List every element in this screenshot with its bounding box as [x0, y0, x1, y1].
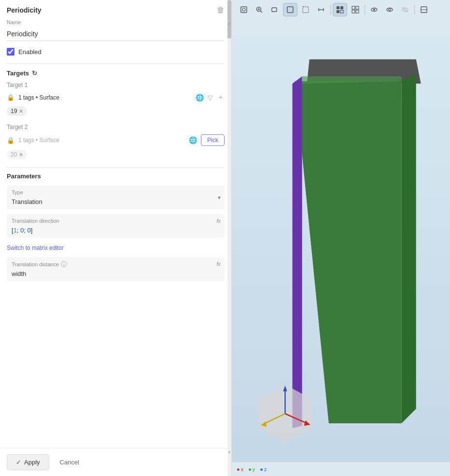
name-value[interactable]: Periodicity — [7, 27, 225, 41]
translation-distance-value[interactable]: width — [12, 270, 220, 277]
translation-direction-fx[interactable]: fx — [216, 218, 221, 224]
toolbar-btn-view-wireframe[interactable] — [348, 3, 363, 16]
target1-tag-chip: 19 ✕ — [7, 106, 27, 116]
axis-x-dot: ● — [237, 466, 240, 472]
target2-tags: 20 ✕ — [7, 150, 225, 159]
translation-distance-label: Translation distance i — [12, 261, 220, 267]
scene-container[interactable] — [232, 21, 450, 476]
scroll-down-arrow[interactable]: ▼ — [227, 450, 231, 455]
cancel-button[interactable]: Cancel — [54, 454, 85, 470]
toolbar-btn-eye-off[interactable] — [398, 3, 412, 16]
toolbar-btn-eye-on[interactable] — [367, 3, 381, 16]
toolbar-btn-eye-partial[interactable] — [382, 3, 397, 16]
section-divider-1 — [7, 63, 225, 64]
parameters-title: Parameters — [7, 173, 225, 180]
scroll-controls: ▲ ▼ — [227, 21, 231, 455]
name-label: Name — [7, 19, 225, 25]
target1-filter-icon[interactable]: ▽ — [208, 94, 213, 101]
apply-check-icon: ✓ — [16, 459, 21, 466]
svg-marker-31 — [402, 74, 416, 423]
refresh-icon[interactable]: ↻ — [32, 70, 37, 77]
target2-row: 🔒 1 tags • Surface 🌐 Pick — [7, 134, 225, 146]
target1-label: Target 1 — [7, 82, 225, 88]
target1-tag-value: 19 — [11, 108, 17, 115]
svg-line-3 — [261, 11, 263, 13]
target2-info: 1 tags • Surface — [18, 137, 185, 144]
switch-matrix-link[interactable]: Switch to matrix editor — [7, 245, 64, 251]
target2-section: Target 2 🔒 1 tags • Surface 🌐 Pick 20 ✕ — [7, 124, 225, 159]
scroll-up-arrow[interactable]: ▲ — [227, 21, 231, 26]
axis-labels: ● x ● y ● z — [237, 466, 267, 472]
right-panel: ● x ● y ● z — [232, 0, 450, 476]
translation-direction-value[interactable]: [1; 0; 0] — [12, 227, 220, 234]
axis-z-label: z — [264, 466, 267, 472]
svg-rect-17 — [356, 6, 359, 9]
target2-globe-icon[interactable]: 🌐 — [189, 136, 197, 144]
svg-rect-15 — [340, 10, 343, 13]
toolbar-btn-view-solid[interactable] — [333, 3, 347, 16]
toolbar-separator-1 — [330, 5, 331, 14]
svg-marker-32 — [293, 76, 302, 428]
target1-globe-icon[interactable]: 🌐 — [196, 94, 204, 101]
panel-header: Periodicity 🗑 — [0, 0, 231, 19]
svg-rect-14 — [337, 10, 339, 13]
axis-x-label: x — [241, 466, 244, 472]
translation-distance-info-icon[interactable]: i — [61, 261, 67, 267]
targets-label: Targets — [7, 70, 29, 77]
svg-rect-12 — [337, 6, 339, 9]
toolbar-btn-select-dashed[interactable] — [298, 3, 313, 16]
panel-footer: ✓ Apply Cancel — [0, 448, 231, 476]
target1-row: 🔒 1 tags • Surface 🌐 ▽ ＋ — [7, 92, 225, 102]
svg-rect-16 — [352, 6, 355, 9]
enabled-checkbox[interactable] — [7, 48, 14, 56]
translation-distance-field: Translation distance i width fx — [7, 257, 225, 281]
target1-lock-icon: 🔒 — [7, 94, 14, 101]
toolbar-btn-measure[interactable] — [314, 3, 328, 16]
pick-button[interactable]: Pick — [201, 134, 225, 146]
target1-info: 1 tags • Surface — [18, 94, 192, 101]
type-dropdown-arrow[interactable]: ▾ — [218, 194, 221, 201]
target1-tag-close[interactable]: ✕ — [19, 108, 23, 115]
toolbar-separator-3 — [414, 5, 415, 14]
delete-icon[interactable]: 🗑 — [217, 6, 225, 14]
toolbar-btn-zoom-box[interactable] — [267, 3, 282, 16]
toolbar-btn-fit[interactable] — [237, 3, 251, 16]
panel-content: Name Periodicity Enabled Targets ↻ Targe… — [0, 19, 231, 448]
type-label: Type — [12, 189, 220, 195]
apply-button[interactable]: ✓ Apply — [7, 454, 49, 470]
section-divider-2 — [7, 167, 225, 168]
target2-tag-value: 20 — [11, 151, 17, 158]
type-value[interactable]: Translation — [12, 198, 220, 205]
axis-y-label: y — [253, 466, 255, 472]
enabled-label: Enabled — [18, 48, 42, 56]
translation-direction-field: Translation direction [1; 0; 0] fx — [7, 214, 225, 238]
target2-lock-icon: 🔒 — [7, 137, 14, 144]
svg-point-1 — [242, 8, 245, 11]
svg-point-21 — [373, 9, 375, 11]
translation-direction-label: Translation direction — [12, 218, 220, 224]
svg-rect-7 — [287, 7, 293, 13]
enabled-row: Enabled — [7, 48, 225, 56]
type-field: Type Translation ▾ — [7, 186, 225, 209]
name-field-group: Name Periodicity — [7, 19, 225, 41]
toolbar-btn-zoom-in[interactable] — [252, 3, 267, 16]
toolbar — [237, 3, 445, 16]
target1-plus-icon[interactable]: ＋ — [217, 92, 225, 102]
svg-rect-0 — [241, 7, 247, 13]
scene-svg — [232, 21, 450, 476]
svg-rect-8 — [303, 7, 309, 13]
target2-tag-close[interactable]: ✕ — [19, 152, 23, 158]
axis-y-dot: ● — [248, 466, 252, 472]
apply-label: Apply — [24, 459, 40, 466]
translation-distance-fx[interactable]: fx — [216, 261, 221, 267]
target2-label: Target 2 — [7, 124, 225, 130]
svg-rect-6 — [272, 8, 277, 12]
toolbar-separator-2 — [365, 5, 365, 14]
left-panel: Periodicity 🗑 Name Periodicity Enabled T… — [0, 0, 232, 476]
svg-rect-19 — [356, 10, 359, 13]
toolbar-btn-select-box[interactable] — [283, 3, 297, 16]
svg-rect-13 — [340, 6, 343, 9]
target1-section: Target 1 🔒 1 tags • Surface 🌐 ▽ ＋ 19 ✕ — [7, 82, 225, 116]
toolbar-btn-last[interactable] — [417, 3, 431, 16]
axis-z-dot: ● — [260, 466, 263, 472]
